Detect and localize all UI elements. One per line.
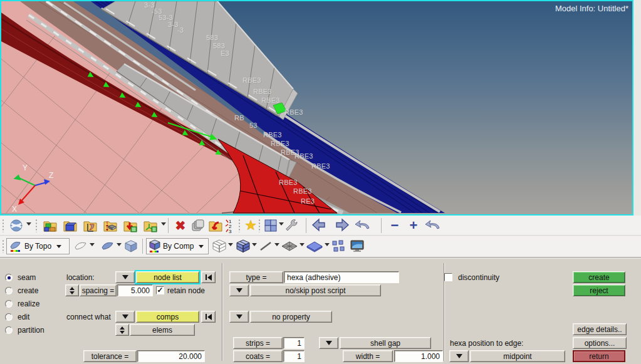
- reset-selection-button[interactable]: [201, 271, 216, 283]
- toolbar-grip[interactable]: [238, 219, 241, 232]
- shaded-elements-dropdown-icon[interactable]: [252, 243, 257, 246]
- shell-gap-dropdown-button[interactable]: [319, 337, 338, 349]
- spacing-toggle-button[interactable]: [65, 284, 79, 296]
- radio-icon[interactable]: [5, 313, 13, 321]
- width-label-button[interactable]: width =: [343, 350, 393, 362]
- hexa-position-dropdown-button[interactable]: [449, 350, 469, 362]
- tolerance-label-button[interactable]: tolerance =: [83, 350, 137, 362]
- favorites-star-icon[interactable]: ★: [242, 217, 259, 234]
- performance-monitor-icon[interactable]: [348, 237, 366, 255]
- zoom-in-icon[interactable]: +: [405, 217, 422, 234]
- mode-radio-create[interactable]: create: [5, 285, 38, 296]
- spacing-value-field[interactable]: 5.000: [117, 284, 153, 296]
- element-edges-icon[interactable]: [258, 237, 273, 255]
- radio-icon[interactable]: [5, 300, 13, 308]
- coats-value-field[interactable]: 1: [283, 350, 305, 362]
- radio-icon[interactable]: [5, 287, 13, 294]
- toolbar-grip[interactable]: [2, 239, 4, 253]
- import-geometry-icon[interactable]: [41, 217, 59, 234]
- mesh-plate-dropdown-icon[interactable]: [300, 243, 305, 246]
- back-arrow-icon[interactable]: [311, 217, 328, 234]
- discontinuity-checkbox[interactable]: [444, 273, 452, 281]
- location-dropdown-button[interactable]: [115, 271, 135, 283]
- midpoint-button[interactable]: midpoint: [470, 350, 565, 362]
- wireframe-elements-dropdown-icon[interactable]: [228, 243, 233, 246]
- post-script-button[interactable]: no/skip post script: [250, 284, 381, 296]
- import-model-icon[interactable]: [61, 217, 79, 234]
- element-config-label: 583: [206, 34, 218, 41]
- window-layout-icon[interactable]: [262, 217, 279, 234]
- import-connectors-icon[interactable]: [142, 217, 159, 234]
- property-dropdown-button[interactable]: [229, 311, 249, 323]
- tolerance-value-field[interactable]: 20.000: [137, 350, 205, 362]
- type-value-field[interactable]: hexa (adhesive): [284, 271, 399, 283]
- strips-value-field[interactable]: 1: [283, 337, 305, 349]
- return-button[interactable]: return: [573, 350, 625, 362]
- axis-x-label: X: [12, 205, 17, 213]
- toolbar-grip[interactable]: [2, 219, 4, 232]
- width-value-field[interactable]: 1.000: [394, 350, 443, 362]
- scattered-elements-icon[interactable]: [331, 237, 346, 255]
- spacing-label-button[interactable]: spacing =: [80, 284, 117, 296]
- toolbar-grip[interactable]: [35, 219, 38, 232]
- import-solver-deck-icon[interactable]: [122, 217, 139, 234]
- redo-icon[interactable]: [425, 217, 442, 234]
- elems-button[interactable]: elems: [130, 324, 195, 336]
- strips-label-button[interactable]: strips =: [233, 337, 283, 349]
- comps-button[interactable]: comps: [136, 311, 199, 323]
- edge-details-button[interactable]: edge details..: [573, 323, 627, 335]
- create-button[interactable]: create: [573, 271, 625, 283]
- retain-node-checkbox[interactable]: [156, 286, 164, 294]
- reset-selection-button[interactable]: [201, 311, 216, 323]
- element-edges-dropdown-icon[interactable]: [274, 243, 279, 246]
- shaded-surface-dropdown-icon[interactable]: [117, 243, 122, 246]
- layers-icon[interactable]: [189, 217, 207, 234]
- wireframe-geometry-dropdown-icon[interactable]: [90, 243, 95, 246]
- mode-radio-partition[interactable]: partition: [5, 325, 44, 336]
- options-button[interactable]: options...: [573, 337, 627, 349]
- import-dropdown-icon[interactable]: [161, 222, 166, 226]
- connect-what-dropdown-button[interactable]: [115, 311, 135, 323]
- model-scene: [1, 1, 632, 214]
- geometry-color-mode-label: By Topo: [24, 242, 51, 251]
- mode-label: seam: [18, 273, 36, 282]
- solid-cube-icon[interactable]: [123, 237, 139, 255]
- shaded-plate-icon[interactable]: [306, 237, 323, 255]
- toolbar-grip[interactable]: [258, 219, 261, 232]
- type-label-button[interactable]: type =: [229, 271, 283, 283]
- zoom-out-icon[interactable]: −: [386, 217, 404, 234]
- reject-button[interactable]: reject: [573, 284, 625, 296]
- wireframe-geometry-icon[interactable]: [72, 237, 90, 255]
- post-script-dropdown-button[interactable]: [229, 284, 249, 296]
- renumber-icon[interactable]: 123: [223, 217, 237, 234]
- view-controls-icon[interactable]: [8, 217, 25, 234]
- geometry-color-mode-combo[interactable]: By Topo: [6, 238, 70, 254]
- undo-icon[interactable]: [355, 217, 372, 234]
- svg-text:3: 3: [229, 229, 232, 233]
- radio-icon[interactable]: [5, 274, 13, 281]
- forward-arrow-icon[interactable]: [333, 217, 350, 234]
- export-icon[interactable]: [207, 217, 224, 234]
- wrench-icon[interactable]: [283, 217, 301, 234]
- wireframe-elements-icon[interactable]: [211, 237, 228, 255]
- element-color-mode-combo[interactable]: By Comp: [146, 238, 209, 254]
- mode-radio-realize[interactable]: realize: [5, 298, 39, 309]
- mesh-plate-icon[interactable]: [281, 237, 298, 255]
- import-loadstep-icon[interactable]: t: [102, 217, 119, 234]
- mode-radio-seam[interactable]: seam: [5, 272, 36, 283]
- view-controls-dropdown-icon[interactable]: [26, 222, 31, 226]
- mode-label: create: [18, 286, 38, 295]
- import-process-icon[interactable]: [81, 217, 99, 234]
- shaded-plate-dropdown-icon[interactable]: [325, 243, 330, 246]
- elems-toggle-button[interactable]: [115, 324, 129, 336]
- radio-icon[interactable]: [5, 326, 13, 334]
- shaded-surface-icon[interactable]: [99, 237, 117, 255]
- shaded-elements-icon[interactable]: [234, 237, 252, 255]
- node-list-button[interactable]: node list: [136, 271, 199, 283]
- mode-radio-edit[interactable]: edit: [5, 311, 29, 323]
- coats-label-button[interactable]: coats =: [233, 350, 283, 362]
- 3d-viewport[interactable]: 3-3-5353-33-3-3583583E3RBE3RBE3RBE3RB53R…: [1, 1, 632, 214]
- property-button[interactable]: no property: [250, 311, 332, 323]
- shell-gap-button[interactable]: shell gap: [340, 337, 431, 349]
- delete-icon[interactable]: ✖: [172, 217, 189, 234]
